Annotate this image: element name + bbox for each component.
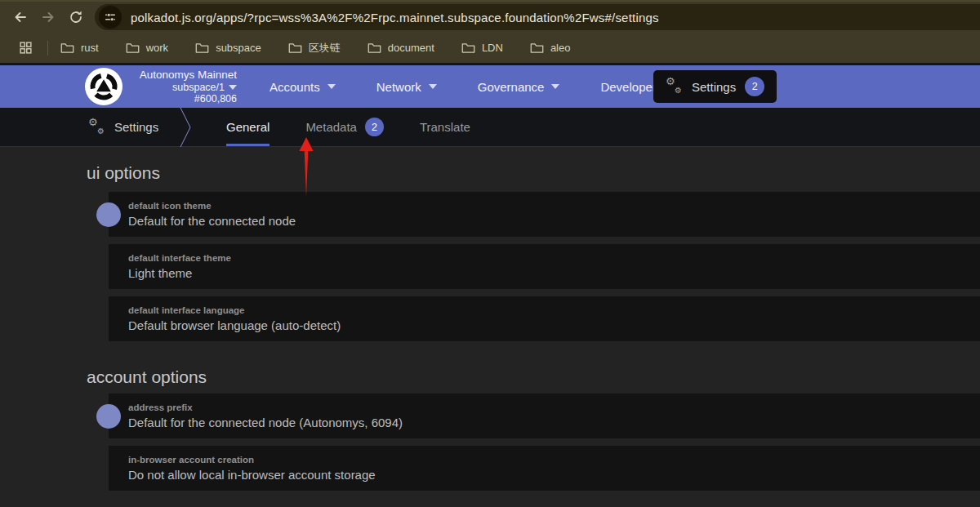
subnav-title: ⚙⚙ Settings [88, 119, 158, 136]
best-block-number: #600,806 [128, 93, 237, 105]
nav-label: Accounts [270, 80, 320, 94]
tab-metadata[interactable]: Metadata 2 [305, 108, 384, 146]
folder-icon [288, 42, 302, 54]
selection-dot-icon [96, 202, 121, 227]
settings-subnav: ⚙⚙ Settings General Metadata 2 Translate [0, 108, 980, 147]
chevron-down-icon [551, 84, 559, 89]
setting-row-address-prefix[interactable]: address prefix Default for the connected… [109, 394, 980, 438]
chain-name: Autonomys Mainnet [128, 69, 237, 81]
apps-grid-button[interactable] [15, 35, 36, 61]
bookmark-label: aleo [550, 42, 571, 54]
url-text[interactable]: polkadot.js.org/apps/?rpc=wss%3A%2F%2Frp… [131, 11, 659, 24]
tab-label: Translate [420, 120, 470, 134]
browser-toolbar: polkadot.js.org/apps/?rpc=wss%3A%2F%2Frp… [0, 0, 980, 33]
chevron-down-icon [229, 85, 237, 90]
setting-row-default-icon-theme[interactable]: default icon theme Default for the conne… [109, 192, 980, 237]
nav-item-accounts[interactable]: Accounts [263, 75, 342, 99]
folder-icon [461, 42, 475, 54]
bookmark-label: LDN [482, 42, 503, 54]
tab-translate[interactable]: Translate [420, 108, 470, 146]
arrow-right-icon [40, 9, 56, 25]
section-title-ui-options: ui options [87, 163, 980, 183]
nav-item-settings[interactable]: ⚙⚙ Settings 2 [653, 70, 777, 103]
setting-row-default-interface-theme[interactable]: default interface theme Light theme [109, 244, 980, 289]
setting-label: address prefix [128, 402, 980, 412]
setting-label: default icon theme [128, 201, 980, 211]
bookmarks-bar: rust work subspace 区块链 document LDN aleo [0, 33, 980, 63]
setting-value: Light theme [128, 266, 980, 280]
setting-row-in-browser-account-creation[interactable]: in-browser account creation Do not allow… [109, 446, 980, 491]
tune-icon [104, 11, 117, 24]
chevron-down-icon [327, 84, 336, 89]
bookmark-label: subspace [216, 42, 261, 54]
app-header: Autonomys Mainnet subspace/1 #600,806 Ac… [0, 65, 980, 108]
nav-label: Governance [478, 80, 545, 94]
settings-content: ui options default icon theme Default fo… [0, 147, 980, 505]
ui-options-rows: default icon theme Default for the conne… [0, 192, 980, 341]
arrow-left-icon [12, 9, 29, 25]
refresh-icon [68, 9, 84, 25]
bookmark-folder-rust[interactable]: rust [60, 42, 99, 54]
folder-icon [60, 42, 74, 54]
bookmark-folder-blockchain[interactable]: 区块链 [288, 41, 341, 56]
subnav-title-label: Settings [114, 120, 158, 134]
runtime-label: subspace/1 [172, 82, 225, 93]
bookmark-folder-work[interactable]: work [126, 42, 168, 54]
bookmarks-divider [47, 41, 48, 56]
settings-tabs: General Metadata 2 Translate [226, 108, 470, 146]
section-title-account-options: account options [87, 367, 980, 387]
setting-label: in-browser account creation [128, 455, 980, 465]
tab-label: Metadata [305, 120, 357, 134]
folder-icon [195, 42, 209, 54]
bookmark-label: document [388, 42, 434, 54]
nav-item-governance[interactable]: Governance [471, 75, 567, 99]
forward-button[interactable] [34, 4, 62, 30]
setting-value: Default for the connected node (Autonomy… [128, 416, 980, 429]
bookmark-folder-document[interactable]: document [368, 42, 434, 54]
runtime-selector[interactable]: subspace/1 [172, 82, 237, 93]
address-bar[interactable]: polkadot.js.org/apps/?rpc=wss%3A%2F%2Frp… [95, 4, 980, 30]
apps-grid-icon [19, 41, 33, 55]
tab-label: General [226, 120, 270, 134]
folder-icon [126, 42, 140, 54]
active-tab-underline [226, 144, 270, 146]
setting-value: Default for the connected node [128, 214, 980, 228]
back-button[interactable] [7, 4, 34, 30]
gears-icon: ⚙⚙ [666, 78, 683, 95]
bookmark-label: work [146, 42, 168, 54]
bookmark-label: 区块链 [309, 41, 341, 56]
gears-icon: ⚙⚙ [88, 119, 105, 136]
settings-badge: 2 [745, 77, 764, 96]
bookmark-folder-aleo[interactable]: aleo [530, 42, 571, 54]
folder-icon [530, 42, 544, 54]
settings-label: Settings [692, 80, 736, 94]
autonomys-logo-icon[interactable] [85, 68, 122, 105]
bookmark-label: rust [81, 42, 99, 54]
setting-value: Do not allow local in-browser account st… [128, 468, 980, 482]
site-settings-button[interactable] [99, 6, 122, 29]
folder-icon [368, 42, 381, 54]
selection-dot-icon [96, 404, 121, 429]
setting-label: default interface theme [128, 253, 980, 263]
tab-general[interactable]: General [226, 108, 270, 146]
nav-item-network[interactable]: Network [370, 75, 443, 99]
nav-label: Developer [600, 80, 656, 94]
breadcrumb-chevron-icon [180, 108, 193, 147]
main-nav: Accounts Network Governance Developer [263, 75, 679, 99]
account-options-rows: address prefix Default for the connected… [0, 394, 980, 491]
setting-value: Default browser language (auto-detect) [128, 318, 980, 332]
bookmark-folder-ldn[interactable]: LDN [461, 42, 503, 54]
refresh-button[interactable] [62, 4, 90, 30]
metadata-badge: 2 [365, 118, 384, 136]
setting-label: default interface language [128, 305, 980, 315]
nav-label: Network [376, 80, 421, 94]
setting-row-default-interface-language[interactable]: default interface language Default brows… [109, 296, 980, 341]
chain-info: Autonomys Mainnet subspace/1 #600,806 [128, 69, 237, 105]
bookmark-folder-subspace[interactable]: subspace [195, 42, 261, 54]
chevron-down-icon [429, 84, 437, 89]
